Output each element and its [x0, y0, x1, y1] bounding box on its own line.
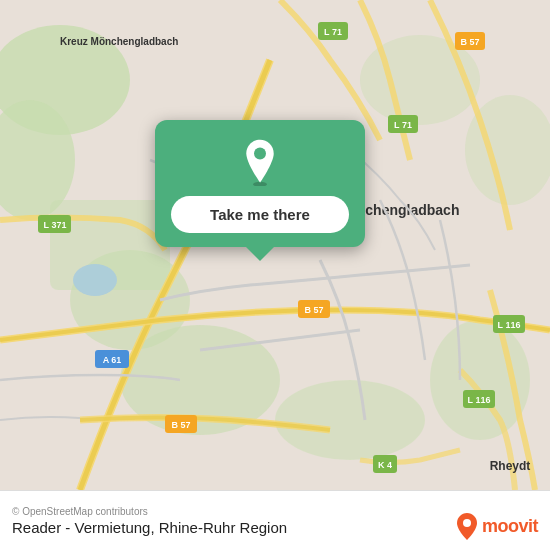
svg-text:B 57: B 57: [171, 420, 190, 430]
moovit-brand-label: moovit: [482, 516, 538, 537]
svg-point-37: [254, 147, 266, 159]
svg-text:L 71: L 71: [394, 120, 412, 130]
map-view: A 61 A 61 B 57 B 57 L 71 L 71 B 57 L 116…: [0, 0, 550, 490]
bottom-info-bar: © OpenStreetMap contributors Reader - Ve…: [0, 490, 550, 550]
svg-text:L 71: L 71: [324, 27, 342, 37]
moovit-logo: moovit: [456, 512, 538, 540]
svg-point-6: [275, 380, 425, 460]
moovit-pin-icon: [456, 512, 478, 540]
svg-text:A 61: A 61: [103, 355, 122, 365]
location-popup: Take me there: [155, 120, 365, 247]
svg-text:L 371: L 371: [44, 220, 67, 230]
svg-text:B 57: B 57: [304, 305, 323, 315]
svg-point-10: [73, 264, 117, 296]
svg-point-38: [463, 519, 471, 527]
svg-text:Rheydt: Rheydt: [490, 459, 531, 473]
location-pin-icon: [236, 138, 284, 186]
svg-text:L 116: L 116: [498, 320, 521, 330]
svg-text:B 57: B 57: [460, 37, 479, 47]
take-me-there-button[interactable]: Take me there: [171, 196, 349, 233]
svg-text:K 4: K 4: [378, 460, 392, 470]
svg-text:L 116: L 116: [468, 395, 491, 405]
svg-text:Kreuz Mönchengladbach: Kreuz Mönchengladbach: [60, 36, 178, 47]
